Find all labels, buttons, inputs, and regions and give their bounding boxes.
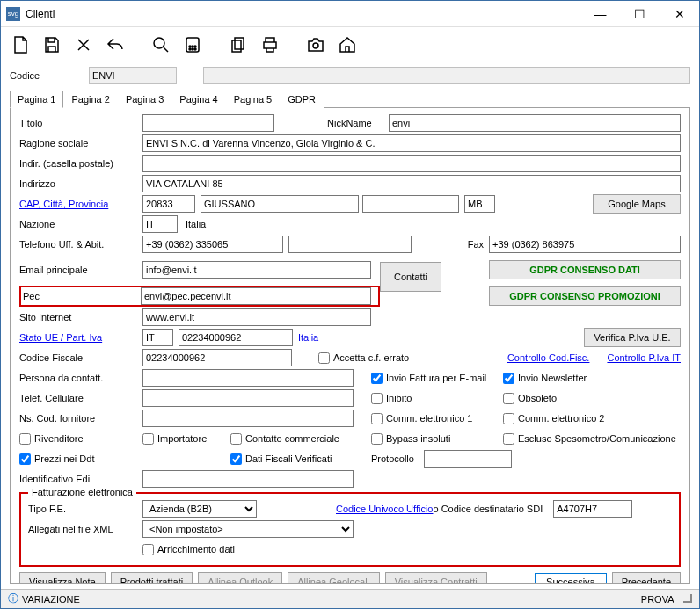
invio-fattura-checkbox[interactable]: Invio Fattura per E-mail [371,373,503,384]
importatore-checkbox[interactable]: Importatore [142,433,230,445]
ns-cod-forn-label: Ns. Cod. fornitore [19,413,142,424]
bypass-insoluti-checkbox[interactable]: Bypass insoluti [371,433,503,445]
prodotti-trattati-button[interactable]: Prodotti trattati [111,572,193,584]
contatto-comm-checkbox[interactable]: Contatto commerciale [230,433,371,445]
minimize-button[interactable]: — [580,1,620,27]
tipo-fe-label: Tipo F.E. [28,504,142,514]
camera-icon[interactable] [303,33,328,57]
persona-contatt-input[interactable] [142,369,354,387]
codice-dest-input[interactable] [553,500,632,518]
codice-univoco-link[interactable]: Codice Univoco Ufficio [336,504,433,514]
gdpr-promo-button[interactable]: GDPR CONSENSO PROMOZIONI [489,286,681,306]
svg-point-0 [154,38,164,48]
undo-icon[interactable] [103,33,128,57]
window-title: Clienti [26,8,55,20]
home-icon[interactable] [335,33,360,57]
tab-pagina3[interactable]: Pagina 3 [118,91,171,108]
telefono-label: Telefono Uff. & Abit. [19,239,142,250]
invio-newsletter-checkbox[interactable]: Invio Newsletter [503,373,587,384]
comm-elettr1-checkbox[interactable]: Comm. elettronico 1 [371,413,503,424]
edi-input[interactable] [142,470,354,488]
comm-elettr1-label: Comm. elettronico 1 [386,413,472,424]
indir-postale-label: Indir. (casella postale) [19,158,142,169]
titolo-input[interactable] [142,114,274,132]
new-icon[interactable] [8,33,33,57]
fax-label: Fax [457,239,484,250]
visualizza-contratti-button[interactable]: Visualizza Contratti [385,572,487,584]
tab-pagina4[interactable]: Pagina 4 [171,91,225,108]
protocollo-input[interactable] [424,450,512,468]
piva-input[interactable] [179,329,293,346]
svg-point-7 [194,48,196,50]
gdpr-dati-button[interactable]: GDPR CONSENSO DATI [489,260,681,279]
arricchimento-checkbox[interactable]: Arricchimento dati [142,544,235,555]
controllo-piva-it-link[interactable]: Controllo P.Iva IT [607,352,681,363]
ragione-input[interactable] [142,134,681,152]
cod-fisc-input[interactable] [142,349,292,366]
ns-cod-forn-input[interactable] [142,410,354,427]
precedente-button[interactable]: Precedente [612,572,681,584]
controllo-codfisc-link[interactable]: Controllo Cod.Fisc. [507,352,590,363]
stato-ue-code-input[interactable] [142,329,173,346]
tab-pagina1[interactable]: Pagina 1 [10,91,63,108]
citta-input[interactable] [201,195,359,213]
indirizzo-input[interactable] [142,175,681,192]
inibito-checkbox[interactable]: Inibito [371,393,503,404]
maximize-button[interactable]: ☐ [620,1,660,27]
sito-input[interactable] [142,308,371,326]
cap-input[interactable] [142,195,195,213]
verifica-piva-button[interactable]: Verifica P.Iva U.E. [584,328,681,347]
tipo-fe-select[interactable]: Azienda (B2B) [142,500,257,518]
svg-point-3 [192,46,193,47]
escluso-speso-checkbox[interactable]: Escluso Spesometro/Comunicazione [503,433,676,445]
app-icon: svg [6,7,20,21]
pec-input[interactable] [141,287,371,305]
telefono-abit-input[interactable] [288,236,412,253]
resize-grip-icon[interactable] [683,594,692,603]
nickname-input[interactable] [389,114,681,132]
provincia-input[interactable] [464,195,495,213]
sito-label: Sito Internet [19,312,142,323]
print-icon[interactable] [258,33,282,57]
nazione-code-input[interactable] [142,215,178,233]
rivenditore-checkbox[interactable]: Rivenditore [19,433,142,445]
allegati-select[interactable]: <Non impostato> [142,520,354,538]
obsoleto-label: Obsoleto [518,393,557,403]
calculator-icon[interactable] [180,33,205,57]
tab-pagina5[interactable]: Pagina 5 [226,91,280,108]
copy-icon[interactable] [226,33,251,57]
allinea-outlook-button[interactable]: Allinea Outlook [198,572,282,584]
fax-input[interactable] [489,236,681,253]
nazione-label: Nazione [19,219,142,229]
comm-elettr2-checkbox[interactable]: Comm. elettronico 2 [503,413,604,424]
email-input[interactable] [142,261,371,279]
codice-desc-input[interactable] [203,67,690,84]
prezzi-ddt-checkbox[interactable]: Prezzi nei Ddt [19,453,142,465]
search-icon[interactable] [149,33,173,57]
citta-extra-input[interactable] [362,195,459,213]
telefono-uff-input[interactable] [142,236,283,253]
indir-postale-input[interactable] [142,155,681,172]
visualizza-note-button[interactable]: Visualizza Note [19,572,106,584]
svg-rect-8 [235,38,244,49]
contatti-button[interactable]: Contatti [380,262,441,292]
stato-ue-link[interactable]: Stato UE / Part. Iva [19,332,142,343]
successiva-button[interactable]: Successiva [535,573,607,584]
tab-pagina2[interactable]: Pagina 2 [63,91,117,108]
obsoleto-checkbox[interactable]: Obsoleto [503,393,557,404]
cellulare-input[interactable] [142,389,354,407]
close-button[interactable]: ✕ [660,1,699,27]
status-left-text: VARIAZIONE [22,594,80,605]
dati-fiscali-checkbox[interactable]: Dati Fiscali Verificati [230,453,371,465]
save-icon[interactable] [40,33,64,57]
allinea-geolocal-button[interactable]: Allinea Geolocal. [288,572,380,584]
codice-input[interactable] [89,67,177,84]
codice-dest-text: o Codice destinatario SDI [433,504,543,514]
google-maps-button[interactable]: Google Maps [593,194,681,214]
delete-icon[interactable] [71,33,96,57]
inibito-label: Inibito [386,393,412,403]
tab-gdpr[interactable]: GDPR [280,91,324,108]
cellulare-label: Telef. Cellulare [19,393,142,403]
cap-citta-link[interactable]: CAP, Città, Provincia [19,199,142,209]
accetta-cf-checkbox[interactable]: Accetta c.f. errato [318,352,409,364]
